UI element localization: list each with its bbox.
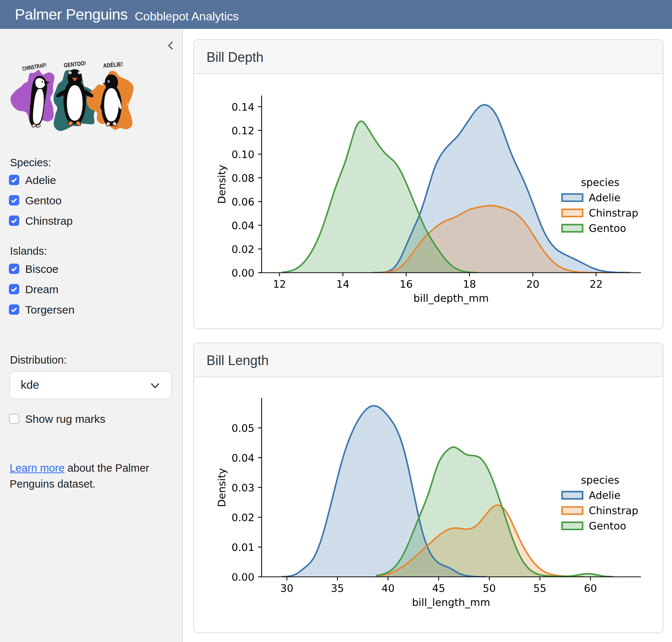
svg-text:CHINSTRAP!: CHINSTRAP! xyxy=(22,62,47,72)
svg-text:GENTOO!: GENTOO! xyxy=(64,60,86,68)
svg-text:ADÉLIE!: ADÉLIE! xyxy=(103,60,123,69)
